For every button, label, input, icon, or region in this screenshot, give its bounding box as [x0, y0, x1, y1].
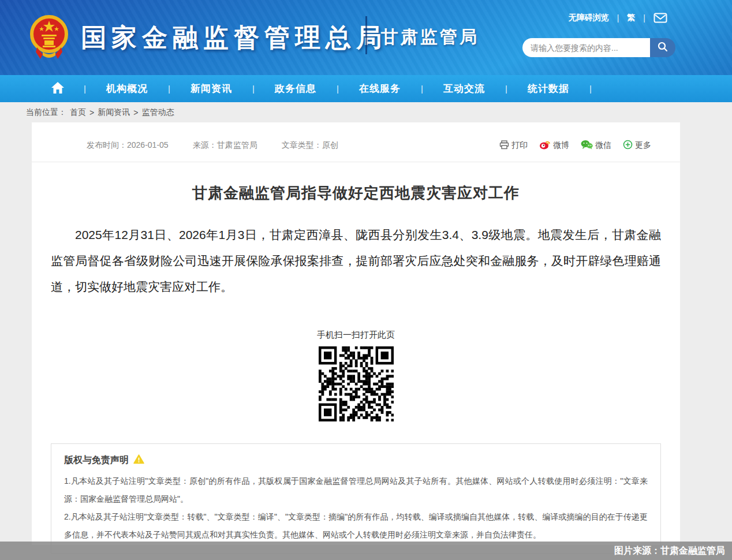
nav-separator: |	[580, 84, 602, 94]
national-emblem-logo	[30, 14, 68, 61]
breadcrumb-separator: >	[133, 108, 138, 117]
article-meta: 发布时间：2026-01-05 来源：甘肃监管局 文章类型：原创 打印	[32, 122, 680, 151]
nav-item-interaction[interactable]: 互动交流	[433, 82, 495, 95]
nav-separator: |	[411, 84, 433, 94]
header-link-separator: |	[643, 13, 645, 23]
copyright-disclaimer-box: 版权与免责声明 1.凡本站及其子站注明"文章类型：原创"的所有作品，其版权属于国…	[51, 443, 661, 554]
wechat-share-button[interactable]: 微信	[581, 140, 611, 151]
breadcrumb-label: 当前位置：	[26, 107, 66, 118]
search-button[interactable]	[650, 38, 675, 57]
weibo-share-button[interactable]: 微博	[539, 140, 569, 151]
printer-icon	[499, 140, 509, 151]
nav-item-news[interactable]: 新闻资讯	[180, 82, 242, 95]
nav-home[interactable]	[42, 81, 74, 96]
header-links: 无障碍浏览 | 繁 |	[569, 13, 667, 23]
weibo-icon	[539, 140, 551, 151]
disclaimer-paragraph-1: 1.凡本站及其子站注明"文章类型：原创"的所有作品，其版权属于国家金融监督管理总…	[64, 472, 648, 508]
breadcrumb-home[interactable]: 首页	[70, 107, 86, 118]
mail-icon[interactable]	[653, 13, 667, 23]
qr-caption: 手机扫一扫打开此页	[32, 330, 680, 341]
nav-separator: |	[74, 84, 96, 94]
article-card: 发布时间：2026-01-05 来源：甘肃监管局 文章类型：原创 打印	[32, 122, 680, 545]
home-icon	[51, 81, 65, 96]
nav-separator: |	[242, 84, 264, 94]
article-source: 来源：甘肃监管局	[193, 140, 257, 151]
main-nav: | 机构概况 | 新闻资讯 | 政务信息 | 在线服务 | 互动交流 | 统计数…	[0, 75, 732, 102]
accessibility-link[interactable]: 无障碍浏览	[569, 13, 609, 23]
image-source-caption: 图片来源：甘肃金融监管局	[0, 542, 732, 560]
header-link-separator: |	[617, 13, 619, 23]
qr-section: 手机扫一扫打开此页	[32, 330, 680, 424]
site-header: 国家金融监督管理总局 甘肃监管局 无障碍浏览 | 繁 |	[0, 0, 732, 75]
wechat-icon	[581, 140, 593, 151]
meta-divider	[32, 162, 680, 162]
share-actions: 打印 微博	[499, 140, 651, 151]
more-share-button[interactable]: 更多	[623, 140, 651, 151]
article-title: 甘肃金融监管局指导做好定西地震灾害应对工作	[32, 183, 680, 203]
disclaimer-heading: 版权与免责声明	[64, 454, 648, 466]
nav-item-org[interactable]: 机构概况	[96, 82, 158, 95]
breadcrumb-news[interactable]: 新闻资讯	[98, 107, 130, 118]
breadcrumb: 当前位置： 首页 > 新闻资讯 > 监管动态	[0, 102, 732, 122]
warning-icon	[133, 454, 144, 466]
search-input[interactable]	[522, 38, 650, 57]
traditional-chinese-link[interactable]: 繁	[627, 13, 635, 23]
search-icon	[657, 41, 668, 54]
qr-code	[319, 346, 394, 421]
disclaimer-title: 版权与免责声明	[64, 454, 129, 466]
plus-circle-icon	[623, 140, 633, 151]
header-divider	[365, 16, 367, 54]
nav-item-online-service[interactable]: 在线服务	[349, 82, 411, 95]
disclaimer-paragraph-2: 2.凡本站及其子站注明"文章类型：转载"、"文章类型：编译"、"文章类型：摘编"…	[64, 508, 648, 544]
publish-time: 发布时间：2026-01-05	[87, 140, 169, 151]
article-body: 2025年12月31日、2026年1月3日，甘肃定西漳县、陇西县分别发生3.4、…	[51, 222, 661, 300]
nav-item-statistics[interactable]: 统计数据	[517, 82, 580, 95]
search-bar	[522, 38, 675, 57]
site-title: 国家金融监督管理总局	[81, 21, 387, 55]
nav-separator: |	[495, 84, 517, 94]
nav-item-gov-info[interactable]: 政务信息	[264, 82, 327, 95]
nav-separator: |	[327, 84, 349, 94]
nav-separator: |	[158, 84, 180, 94]
article-type: 文章类型：原创	[282, 140, 338, 151]
print-button[interactable]: 打印	[499, 140, 528, 151]
page: 国家金融监督管理总局 甘肃监管局 无障碍浏览 | 繁 |	[0, 0, 732, 560]
bureau-title: 甘肃监管局	[381, 25, 479, 49]
breadcrumb-current[interactable]: 监管动态	[141, 107, 174, 118]
breadcrumb-separator: >	[89, 108, 94, 117]
